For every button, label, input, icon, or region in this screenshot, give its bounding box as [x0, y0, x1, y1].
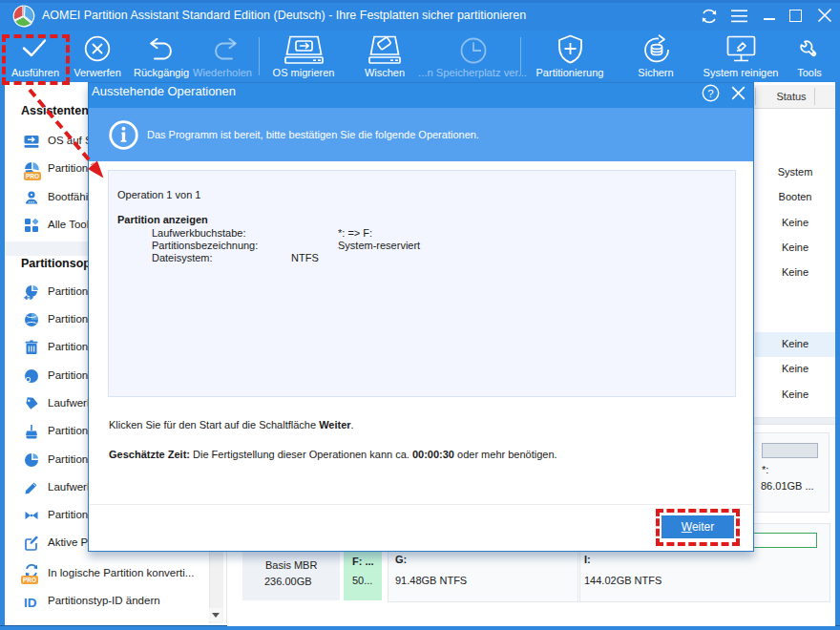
svg-text:ID: ID	[24, 596, 37, 610]
svg-text:?: ?	[707, 88, 713, 99]
